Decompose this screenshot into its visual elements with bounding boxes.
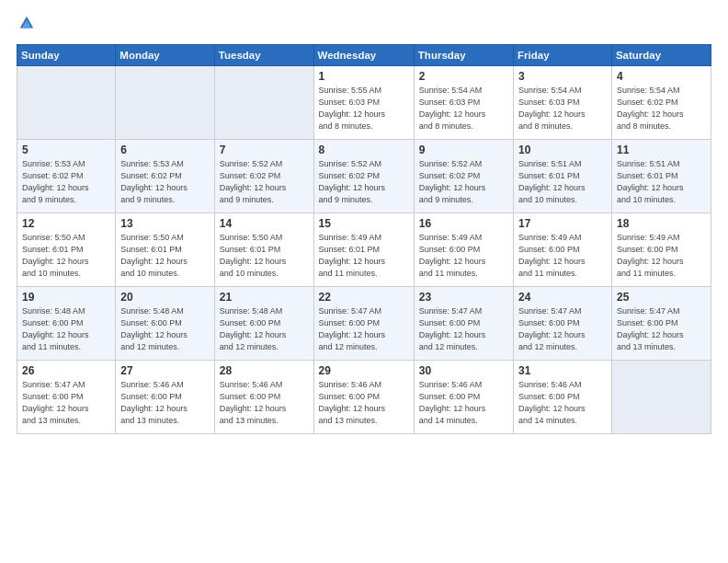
day-cell: 14Sunrise: 5:50 AM Sunset: 6:01 PM Dayli…: [214, 213, 313, 287]
day-cell: 20Sunrise: 5:48 AM Sunset: 6:00 PM Dayli…: [116, 287, 214, 361]
day-info: Sunrise: 5:49 AM Sunset: 6:00 PM Dayligh…: [617, 232, 706, 280]
week-row-3: 12Sunrise: 5:50 AM Sunset: 6:01 PM Dayli…: [17, 213, 711, 287]
day-info: Sunrise: 5:50 AM Sunset: 6:01 PM Dayligh…: [220, 232, 309, 280]
logo: [17, 15, 35, 35]
day-info: Sunrise: 5:46 AM Sunset: 6:00 PM Dayligh…: [120, 379, 209, 427]
day-cell: 16Sunrise: 5:49 AM Sunset: 6:00 PM Dayli…: [414, 213, 513, 287]
day-cell: 5Sunrise: 5:53 AM Sunset: 6:02 PM Daylig…: [17, 140, 116, 213]
calendar-table: SundayMondayTuesdayWednesdayThursdayFrid…: [17, 44, 711, 434]
day-cell: 1Sunrise: 5:55 AM Sunset: 6:03 PM Daylig…: [313, 66, 414, 140]
day-info: Sunrise: 5:48 AM Sunset: 6:00 PM Dayligh…: [22, 305, 110, 353]
day-cell: 18Sunrise: 5:49 AM Sunset: 6:00 PM Dayli…: [611, 213, 711, 287]
day-number: 15: [319, 217, 409, 230]
day-number: 6: [120, 144, 209, 156]
day-cell: 2Sunrise: 5:54 AM Sunset: 6:03 PM Daylig…: [414, 66, 513, 140]
day-cell: 11Sunrise: 5:51 AM Sunset: 6:01 PM Dayli…: [611, 140, 711, 213]
calendar-page: SundayMondayTuesdayWednesdayThursdayFrid…: [0, 0, 728, 563]
weekday-header-monday: Monday: [116, 45, 214, 66]
day-cell: [611, 361, 711, 434]
day-cell: 3Sunrise: 5:54 AM Sunset: 6:03 PM Daylig…: [514, 66, 612, 140]
week-row-1: 1Sunrise: 5:55 AM Sunset: 6:03 PM Daylig…: [17, 66, 711, 140]
day-cell: 4Sunrise: 5:54 AM Sunset: 6:02 PM Daylig…: [611, 66, 711, 140]
day-number: 4: [617, 70, 706, 83]
logo-icon: [18, 15, 35, 31]
day-cell: 31Sunrise: 5:46 AM Sunset: 6:00 PM Dayli…: [514, 361, 612, 434]
day-info: Sunrise: 5:46 AM Sunset: 6:00 PM Dayligh…: [319, 379, 409, 427]
day-number: 2: [419, 70, 508, 83]
week-row-4: 19Sunrise: 5:48 AM Sunset: 6:00 PM Dayli…: [17, 287, 711, 361]
day-info: Sunrise: 5:52 AM Sunset: 6:02 PM Dayligh…: [419, 158, 508, 206]
day-number: 11: [617, 144, 706, 156]
day-info: Sunrise: 5:47 AM Sunset: 6:00 PM Dayligh…: [419, 305, 508, 353]
day-info: Sunrise: 5:47 AM Sunset: 6:00 PM Dayligh…: [617, 305, 706, 353]
day-info: Sunrise: 5:55 AM Sunset: 6:03 PM Dayligh…: [319, 85, 409, 132]
day-info: Sunrise: 5:54 AM Sunset: 6:02 PM Dayligh…: [617, 85, 706, 132]
day-cell: 30Sunrise: 5:46 AM Sunset: 6:00 PM Dayli…: [414, 361, 513, 434]
day-cell: 24Sunrise: 5:47 AM Sunset: 6:00 PM Dayli…: [514, 287, 612, 361]
day-info: Sunrise: 5:46 AM Sunset: 6:00 PM Dayligh…: [518, 379, 607, 427]
day-cell: 13Sunrise: 5:50 AM Sunset: 6:01 PM Dayli…: [116, 213, 214, 287]
day-number: 7: [220, 144, 309, 156]
week-row-5: 26Sunrise: 5:47 AM Sunset: 6:00 PM Dayli…: [17, 361, 711, 434]
weekday-header-friday: Friday: [514, 45, 612, 66]
day-number: 13: [120, 217, 209, 230]
day-cell: 8Sunrise: 5:52 AM Sunset: 6:02 PM Daylig…: [313, 140, 414, 213]
day-number: 30: [419, 364, 508, 377]
day-info: Sunrise: 5:50 AM Sunset: 6:01 PM Dayligh…: [22, 232, 110, 280]
day-info: Sunrise: 5:50 AM Sunset: 6:01 PM Dayligh…: [120, 232, 209, 280]
day-info: Sunrise: 5:52 AM Sunset: 6:02 PM Dayligh…: [319, 158, 409, 206]
weekday-header-saturday: Saturday: [611, 45, 711, 66]
day-cell: [214, 66, 313, 140]
day-info: Sunrise: 5:51 AM Sunset: 6:01 PM Dayligh…: [518, 158, 607, 206]
weekday-header-thursday: Thursday: [414, 45, 513, 66]
day-number: 10: [518, 144, 607, 156]
weekday-header-sunday: Sunday: [17, 45, 116, 66]
day-number: 18: [617, 217, 706, 230]
day-info: Sunrise: 5:52 AM Sunset: 6:02 PM Dayligh…: [220, 158, 309, 206]
day-cell: 21Sunrise: 5:48 AM Sunset: 6:00 PM Dayli…: [214, 287, 313, 361]
day-number: 3: [518, 70, 607, 83]
day-info: Sunrise: 5:51 AM Sunset: 6:01 PM Dayligh…: [617, 158, 706, 206]
day-cell: 22Sunrise: 5:47 AM Sunset: 6:00 PM Dayli…: [313, 287, 414, 361]
day-cell: [17, 66, 116, 140]
day-cell: 29Sunrise: 5:46 AM Sunset: 6:00 PM Dayli…: [313, 361, 414, 434]
day-number: 16: [419, 217, 508, 230]
day-cell: 27Sunrise: 5:46 AM Sunset: 6:00 PM Dayli…: [116, 361, 214, 434]
day-cell: 17Sunrise: 5:49 AM Sunset: 6:00 PM Dayli…: [514, 213, 612, 287]
weekday-header-tuesday: Tuesday: [214, 45, 313, 66]
day-number: 28: [220, 364, 309, 377]
day-info: Sunrise: 5:48 AM Sunset: 6:00 PM Dayligh…: [220, 305, 309, 353]
day-number: 26: [22, 364, 110, 377]
day-cell: 6Sunrise: 5:53 AM Sunset: 6:02 PM Daylig…: [116, 140, 214, 213]
day-cell: 7Sunrise: 5:52 AM Sunset: 6:02 PM Daylig…: [214, 140, 313, 213]
day-number: 21: [220, 291, 309, 304]
day-info: Sunrise: 5:53 AM Sunset: 6:02 PM Dayligh…: [22, 158, 110, 206]
day-info: Sunrise: 5:54 AM Sunset: 6:03 PM Dayligh…: [518, 85, 607, 132]
day-number: 14: [220, 217, 309, 230]
day-number: 12: [22, 217, 110, 230]
day-number: 23: [419, 291, 508, 304]
day-number: 5: [22, 144, 110, 156]
day-number: 27: [120, 364, 209, 377]
day-info: Sunrise: 5:49 AM Sunset: 6:00 PM Dayligh…: [518, 232, 607, 280]
day-cell: 23Sunrise: 5:47 AM Sunset: 6:00 PM Dayli…: [414, 287, 513, 361]
day-cell: 19Sunrise: 5:48 AM Sunset: 6:00 PM Dayli…: [17, 287, 116, 361]
day-info: Sunrise: 5:49 AM Sunset: 6:00 PM Dayligh…: [419, 232, 508, 280]
day-info: Sunrise: 5:46 AM Sunset: 6:00 PM Dayligh…: [220, 379, 309, 427]
day-number: 29: [319, 364, 409, 377]
day-cell: 25Sunrise: 5:47 AM Sunset: 6:00 PM Dayli…: [611, 287, 711, 361]
day-info: Sunrise: 5:46 AM Sunset: 6:00 PM Dayligh…: [419, 379, 508, 427]
day-number: 20: [120, 291, 209, 304]
day-info: Sunrise: 5:53 AM Sunset: 6:02 PM Dayligh…: [120, 158, 209, 206]
day-info: Sunrise: 5:47 AM Sunset: 6:00 PM Dayligh…: [22, 379, 110, 427]
weekday-header-row: SundayMondayTuesdayWednesdayThursdayFrid…: [17, 45, 711, 66]
day-number: 31: [518, 364, 607, 377]
day-number: 17: [518, 217, 607, 230]
day-number: 1: [319, 70, 409, 83]
day-cell: [116, 66, 214, 140]
day-info: Sunrise: 5:54 AM Sunset: 6:03 PM Dayligh…: [419, 85, 508, 132]
weekday-header-wednesday: Wednesday: [313, 45, 414, 66]
day-cell: 26Sunrise: 5:47 AM Sunset: 6:00 PM Dayli…: [17, 361, 116, 434]
week-row-2: 5Sunrise: 5:53 AM Sunset: 6:02 PM Daylig…: [17, 140, 711, 213]
day-number: 22: [319, 291, 409, 304]
